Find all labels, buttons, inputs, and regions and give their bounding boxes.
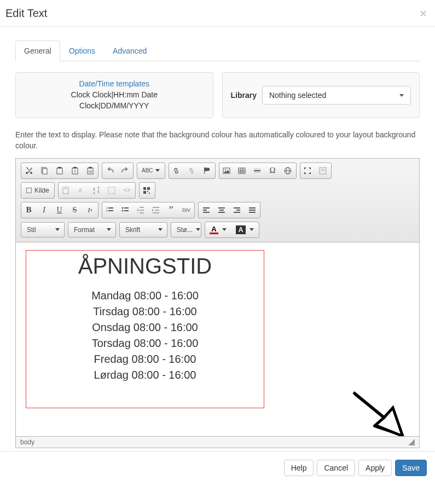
maximize-icon[interactable] bbox=[300, 163, 316, 178]
library-select[interactable]: Nothing selected bbox=[262, 86, 411, 105]
help-button[interactable]: Help bbox=[284, 460, 314, 476]
show-blocks-icon[interactable] bbox=[316, 163, 331, 178]
editor-content-area[interactable]: ÅPNINGSTID Mandag 08:00 - 16:00 Tirsdag … bbox=[16, 242, 419, 436]
redo-icon[interactable] bbox=[118, 163, 133, 178]
svg-text:A: A bbox=[78, 187, 83, 194]
tab-general[interactable]: General bbox=[15, 40, 60, 61]
content-line: Onsdag 08:00 - 16:00 bbox=[32, 320, 258, 335]
svg-text:W: W bbox=[88, 170, 92, 173]
table-icon[interactable] bbox=[235, 163, 250, 178]
modal-title: Edit Text bbox=[5, 7, 47, 20]
template-line-1: Clock Clock|HH:mm Date bbox=[24, 90, 205, 101]
resize-grip-icon[interactable] bbox=[408, 439, 415, 445]
svg-rect-1 bbox=[43, 169, 47, 174]
modal-header: Edit Text × bbox=[0, 0, 435, 27]
code-icon[interactable]: <> bbox=[120, 183, 135, 198]
editor-toolbar: T W ABC bbox=[16, 159, 419, 242]
unlink-icon[interactable] bbox=[184, 163, 200, 178]
chevron-down-icon bbox=[399, 94, 404, 97]
svg-text:T: T bbox=[73, 170, 76, 173]
spellcheck-icon[interactable]: ABC bbox=[137, 163, 165, 178]
datetime-templates-panel: Date/Time templates Clock Clock|HH:mm Da… bbox=[15, 72, 213, 118]
modal-body: General Options Advanced Date/Time templ… bbox=[0, 27, 435, 451]
find-icon[interactable]: A bbox=[74, 183, 89, 198]
tab-advanced[interactable]: Advanced bbox=[104, 40, 155, 61]
elements-path[interactable]: body bbox=[20, 438, 34, 446]
content-line: Torsdag 08:00 - 16:00 bbox=[32, 335, 258, 351]
iframe-icon[interactable] bbox=[281, 163, 296, 178]
svg-rect-30 bbox=[108, 187, 115, 194]
image-icon[interactable] bbox=[219, 163, 235, 178]
undo-icon[interactable] bbox=[102, 163, 118, 178]
bullet-list-icon[interactable] bbox=[118, 202, 133, 218]
tab-options[interactable]: Options bbox=[60, 40, 104, 61]
svg-rect-3 bbox=[58, 167, 61, 169]
instruction-text: Enter the text to display. Please note t… bbox=[15, 129, 420, 152]
copy-icon[interactable] bbox=[37, 163, 52, 178]
bold-icon[interactable]: B bbox=[21, 202, 37, 218]
close-icon[interactable]: × bbox=[420, 8, 427, 20]
select-all-icon[interactable] bbox=[105, 183, 120, 198]
horizontal-rule-icon[interactable] bbox=[250, 163, 265, 178]
content-container: ÅPNINGSTID Mandag 08:00 - 16:00 Tirsdag … bbox=[26, 250, 264, 408]
font-combo[interactable]: Skrift bbox=[119, 222, 167, 237]
link-icon[interactable] bbox=[169, 163, 184, 178]
align-left-icon[interactable] bbox=[199, 202, 214, 218]
rich-text-editor: T W ABC bbox=[15, 158, 420, 448]
special-char-icon[interactable]: Ω bbox=[265, 163, 281, 178]
content-line: Lørdag 08:00 - 16:00 bbox=[32, 367, 258, 383]
remove-format-icon[interactable]: Ix bbox=[83, 202, 98, 218]
align-right-icon[interactable] bbox=[229, 202, 245, 218]
numbered-list-icon[interactable]: 12 bbox=[102, 202, 118, 218]
strike-icon[interactable]: S bbox=[67, 202, 83, 218]
paste-word-icon[interactable]: W bbox=[83, 163, 98, 178]
svg-point-41 bbox=[121, 210, 123, 211]
size-combo[interactable]: Stø... bbox=[171, 222, 201, 237]
svg-point-11 bbox=[225, 169, 226, 170]
anchor-flag-icon[interactable] bbox=[200, 163, 215, 178]
editor-status-bar: body bbox=[16, 436, 419, 448]
style-combo[interactable]: Stil bbox=[21, 222, 65, 237]
content-title: ÅPNINGSTID bbox=[32, 254, 258, 278]
svg-rect-8 bbox=[89, 167, 92, 169]
svg-rect-5 bbox=[73, 167, 77, 169]
italic-icon[interactable]: I bbox=[37, 202, 52, 218]
svg-rect-2 bbox=[57, 168, 62, 174]
tab-content: Date/Time templates Clock Clock|HH:mm Da… bbox=[15, 61, 420, 448]
content-line: Tirsdag 08:00 - 16:00 bbox=[32, 304, 258, 320]
svg-rect-34 bbox=[147, 191, 148, 192]
blockquote-icon[interactable]: ” bbox=[164, 202, 179, 218]
cancel-button[interactable]: Cancel bbox=[317, 460, 355, 476]
format-combo[interactable]: Format bbox=[68, 222, 116, 237]
svg-rect-26 bbox=[27, 188, 32, 193]
tab-bar: General Options Advanced bbox=[15, 40, 420, 61]
svg-rect-12 bbox=[239, 168, 245, 173]
svg-point-40 bbox=[121, 207, 123, 208]
paste-text-icon[interactable]: T bbox=[67, 163, 83, 178]
replace-icon[interactable] bbox=[89, 183, 105, 198]
bg-color-icon[interactable]: A bbox=[231, 222, 259, 237]
cut-icon[interactable] bbox=[21, 163, 37, 178]
apply-button[interactable]: Apply bbox=[358, 460, 392, 476]
svg-rect-33 bbox=[143, 191, 146, 194]
library-panel: Library Nothing selected bbox=[222, 72, 420, 118]
save-button[interactable]: Save bbox=[395, 460, 427, 476]
library-label: Library bbox=[231, 91, 257, 100]
align-center-icon[interactable] bbox=[214, 202, 229, 218]
datetime-templates-link[interactable]: Date/Time templates bbox=[24, 79, 205, 88]
svg-rect-35 bbox=[149, 193, 150, 194]
div-container-icon[interactable]: DIV bbox=[179, 202, 194, 218]
modal-footer: Help Cancel Apply Save bbox=[0, 451, 435, 484]
templates-icon[interactable] bbox=[59, 183, 74, 198]
outdent-icon[interactable] bbox=[133, 202, 148, 218]
paste-icon[interactable] bbox=[52, 163, 67, 178]
indent-icon[interactable] bbox=[148, 202, 164, 218]
qrcode-icon[interactable] bbox=[140, 183, 155, 198]
content-line: Fredag 08:00 - 16:00 bbox=[32, 351, 258, 367]
svg-text:2: 2 bbox=[106, 209, 108, 212]
template-line-2: Clock|DD/MM/YYYY bbox=[24, 101, 205, 112]
align-justify-icon[interactable] bbox=[245, 202, 260, 218]
underline-icon[interactable]: U bbox=[52, 202, 67, 218]
source-button[interactable]: Kilde bbox=[21, 183, 54, 198]
text-color-icon[interactable]: A bbox=[205, 222, 231, 237]
